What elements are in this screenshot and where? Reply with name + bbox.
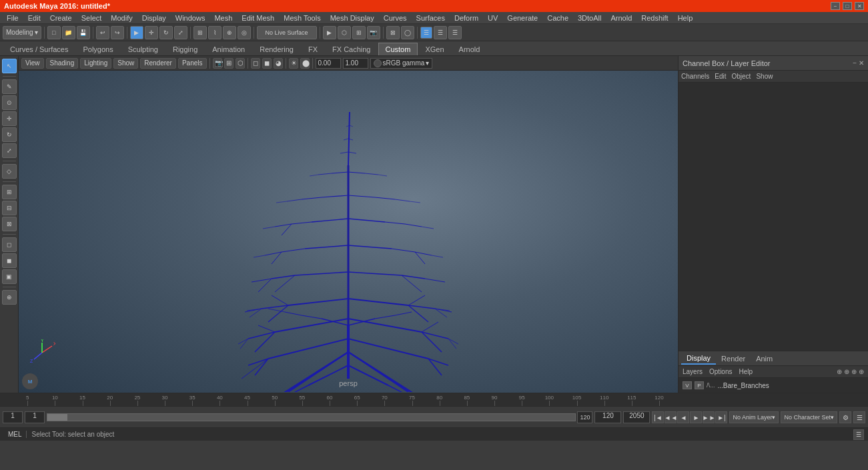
ipr-btn[interactable]: ⬡ xyxy=(338,26,351,39)
layer-icon-1[interactable]: ⊕ xyxy=(837,368,842,375)
menu-uv[interactable]: UV xyxy=(484,13,502,23)
camera-btn[interactable]: 📷 xyxy=(213,58,222,69)
anim-end-input[interactable]: 120 xyxy=(594,411,621,423)
renderer-menu-btn[interactable]: Renderer xyxy=(140,58,176,69)
render-tab[interactable]: Render xyxy=(716,353,751,364)
tab-fx-caching[interactable]: FX Caching xyxy=(325,43,378,55)
play-back-to-start-btn[interactable]: |◄ xyxy=(652,411,664,423)
move-tool-lt[interactable]: ✛ xyxy=(2,111,17,126)
show-menu-btn[interactable]: Show xyxy=(113,58,138,69)
snap-view-btn[interactable]: ◎ xyxy=(238,26,251,39)
snapshot-btn[interactable]: 📷 xyxy=(367,26,380,39)
menu-select[interactable]: Select xyxy=(77,13,106,23)
timeline-ruler[interactable]: 5101520253035404550556065707580859095100… xyxy=(0,393,868,407)
layer-icon-4[interactable]: ⊕ xyxy=(859,368,864,375)
tool-settings-btn[interactable]: ☰ xyxy=(448,26,462,39)
maximize-button[interactable]: □ xyxy=(843,2,852,10)
options-subtab[interactable]: Options xyxy=(709,368,732,375)
anim-tab[interactable]: Anim xyxy=(751,353,778,364)
scale-tool-btn[interactable]: ⤢ xyxy=(174,26,187,39)
timeline-handle[interactable] xyxy=(47,414,67,421)
menu-mesh-display[interactable]: Mesh Display xyxy=(326,13,378,23)
select-tool-lt[interactable]: ↖ xyxy=(2,59,17,73)
snap-point-btn[interactable]: ⊕ xyxy=(223,26,236,39)
start-frame-input[interactable]: 1 xyxy=(3,411,23,423)
snap-curve-btn[interactable]: ⌇ xyxy=(208,26,222,39)
menu-surfaces[interactable]: Surfaces xyxy=(412,13,449,23)
no-live-surface-btn[interactable]: No Live Surface xyxy=(257,26,317,39)
misc1-lt[interactable]: ⊕ xyxy=(2,290,17,305)
menu-cache[interactable]: Cache xyxy=(543,13,572,23)
modeling-dropdown[interactable]: Modeling ▾ xyxy=(3,26,41,39)
no-anim-layer-dropdown[interactable]: No Anim Layer ▾ xyxy=(729,411,779,423)
menu-arnold[interactable]: Arnold xyxy=(606,13,636,23)
manip-tool-lt[interactable]: ◇ xyxy=(2,164,17,179)
menu-file[interactable]: File xyxy=(3,13,23,23)
menu-generate[interactable]: Generate xyxy=(503,13,542,23)
tab-rigging[interactable]: Rigging xyxy=(165,43,205,55)
transform-con-btn[interactable]: ⊠ xyxy=(386,26,400,39)
tab-fx[interactable]: FX xyxy=(301,43,325,55)
tab-sculpting[interactable]: Sculpting xyxy=(121,43,165,55)
value-b-field[interactable]: 1.00 xyxy=(343,58,368,69)
channel-box-btn[interactable]: ☰ xyxy=(420,27,432,39)
no-char-set-dropdown[interactable]: No Character Set ▾ xyxy=(781,411,837,423)
mel-label[interactable]: MEL xyxy=(4,431,27,438)
menu-display[interactable]: Display xyxy=(138,13,170,23)
timeline-extra-btn[interactable]: ☰ xyxy=(853,411,865,423)
display-render-btn[interactable]: ⊞ xyxy=(352,26,366,39)
anim-end2-input[interactable]: 2050 xyxy=(623,411,650,423)
open-scene-btn[interactable]: 📁 xyxy=(62,26,75,39)
tab-arnold[interactable]: Arnold xyxy=(452,43,488,55)
tab-curves-surfaces[interactable]: Curves / Surfaces xyxy=(3,43,75,55)
current-frame-input[interactable]: 1 xyxy=(25,411,45,423)
status-right-btn[interactable]: ☰ xyxy=(853,429,864,440)
menu-deform[interactable]: Deform xyxy=(450,13,482,23)
menu-create[interactable]: Create xyxy=(46,13,76,23)
attr-editor-btn[interactable]: ☰ xyxy=(434,26,447,39)
gamma-selector[interactable]: sRGB gamma ▾ xyxy=(370,58,433,69)
edit-tab[interactable]: Edit xyxy=(715,73,726,80)
light-btn[interactable]: ☀ xyxy=(289,58,298,69)
play-btn[interactable]: ► xyxy=(690,411,702,423)
render-btn[interactable]: ▶ xyxy=(323,26,336,39)
undo-btn[interactable]: ↩ xyxy=(96,26,109,39)
rotate-tool-btn[interactable]: ↻ xyxy=(159,26,173,39)
menu-edit-mesh[interactable]: Edit Mesh xyxy=(238,13,278,23)
paint-tool-lt[interactable]: ✎ xyxy=(2,79,17,94)
menu-mesh-tools[interactable]: Mesh Tools xyxy=(280,13,324,23)
iso-btn[interactable]: ⊞ xyxy=(224,58,234,69)
snap2-tool-lt[interactable]: ⊟ xyxy=(2,201,17,215)
snap3-tool-lt[interactable]: ⊠ xyxy=(2,217,17,231)
layer-name[interactable]: ...Bare_Branches xyxy=(718,382,769,389)
tab-xgen[interactable]: XGen xyxy=(418,43,451,55)
tab-custom[interactable]: Custom xyxy=(378,43,418,55)
menu-redshift[interactable]: Redshift xyxy=(637,13,672,23)
layers-subtab[interactable]: Layers xyxy=(683,368,703,375)
object-tab[interactable]: Object xyxy=(732,73,751,80)
channels-tab[interactable]: Channels xyxy=(681,73,709,80)
display-tab[interactable]: Display xyxy=(681,353,716,365)
lighting-menu-btn[interactable]: Lighting xyxy=(80,58,111,69)
snap-grid-btn[interactable]: ⊞ xyxy=(193,26,207,39)
tab-animation[interactable]: Animation xyxy=(205,43,252,55)
soft-select-btn[interactable]: ◯ xyxy=(401,26,414,39)
smooth-btn[interactable]: ◼ xyxy=(262,58,272,69)
menu-edit[interactable]: Edit xyxy=(24,13,45,23)
layer-playback-toggle[interactable]: P xyxy=(695,381,704,389)
surface-tool-lt[interactable]: ▣ xyxy=(2,269,17,284)
snap-tool-lt[interactable]: ⊞ xyxy=(2,185,17,199)
poly-tool-lt[interactable]: ◼ xyxy=(2,253,17,268)
menu-help[interactable]: Help xyxy=(674,13,697,23)
menu-3dtoall[interactable]: 3DtoAll xyxy=(574,13,605,23)
help-subtab[interactable]: Help xyxy=(739,368,753,375)
view-menu-btn[interactable]: View xyxy=(21,58,44,69)
tab-polygons[interactable]: Polygons xyxy=(75,43,120,55)
curve-tool-lt[interactable]: ◻ xyxy=(2,237,17,252)
minimize-button[interactable]: − xyxy=(831,2,840,10)
viewport-3d[interactable]: persp X Y Z M xyxy=(19,71,678,393)
menu-curves[interactable]: Curves xyxy=(380,13,411,23)
layer-vis-toggle[interactable]: V xyxy=(683,381,692,389)
show-tab[interactable]: Show xyxy=(756,73,773,80)
panel-close-icon[interactable]: ✕ xyxy=(859,59,864,67)
